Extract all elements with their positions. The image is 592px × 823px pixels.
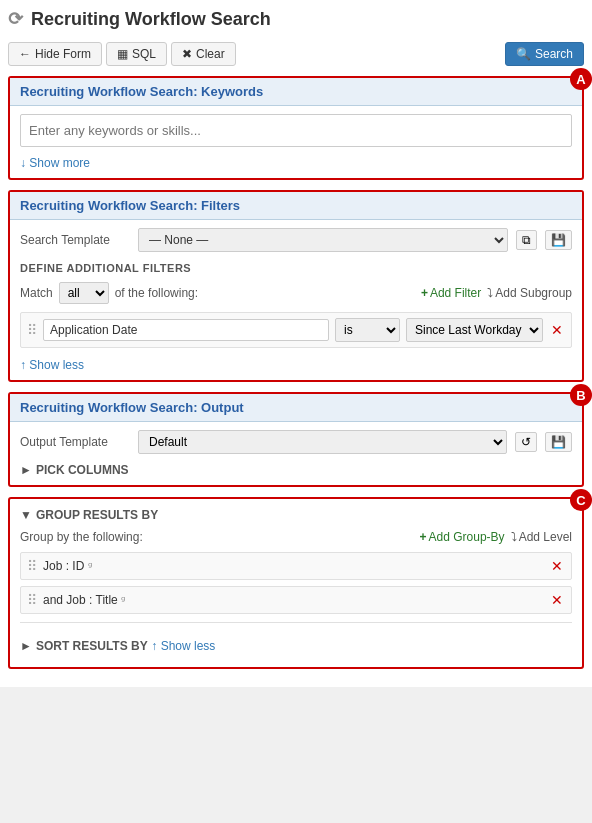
divider <box>20 622 572 623</box>
group-item-2-text: and Job : Title ᵍ <box>43 593 543 607</box>
subgroup-icon: ⤵ <box>487 286 493 300</box>
drag-handle-group-2-icon[interactable]: ⠿ <box>27 592 37 608</box>
subgroup2-icon: ⤵ <box>511 530 517 544</box>
group-item-1-text: Job : ID ᵍ <box>43 559 543 573</box>
drag-handle-group-1-icon[interactable]: ⠿ <box>27 558 37 574</box>
drag-handle-icon[interactable]: ⠿ <box>27 322 37 338</box>
group-by-label: Group by the following: <box>20 530 143 544</box>
sort-results-toggle[interactable]: ► SORT RESULTS BY <box>20 639 148 653</box>
info-icon-2: ᵍ <box>121 594 125 606</box>
arrow-up-group-icon: ↑ <box>151 639 157 653</box>
show-less-link-group[interactable]: ↑ Show less <box>151 639 215 653</box>
group-item-2-prefix: and <box>43 593 66 607</box>
back-arrow-icon: ← <box>19 47 31 61</box>
group-item: ⠿ Job : ID ᵍ ✕ <box>20 552 572 580</box>
keywords-header: Recruiting Workflow Search: Keywords <box>10 78 582 106</box>
toolbar: ← Hide Form ▦ SQL ✖ Clear 🔍 Search <box>8 42 584 66</box>
copy-template-button[interactable]: ⧉ <box>516 230 537 250</box>
output-template-row: Output Template Default ↺ 💾 <box>20 430 572 454</box>
add-level-button[interactable]: ⤵ Add Level <box>511 530 572 544</box>
add-group-button[interactable]: + Add Group-By <box>420 530 505 544</box>
arrow-up-icon: ↑ <box>20 358 26 372</box>
refresh-template-button[interactable]: ↺ <box>515 432 537 452</box>
clear-button[interactable]: ✖ Clear <box>171 42 236 66</box>
keywords-panel: Recruiting Workflow Search: Keywords A ↓… <box>8 76 584 180</box>
output-badge: B <box>570 384 592 406</box>
filter-item: ⠿ is is not before after Since Last Work… <box>20 312 572 348</box>
search-icon: 🔍 <box>516 47 531 61</box>
remove-filter-button[interactable]: ✕ <box>549 322 565 338</box>
filter-operator-select[interactable]: is is not before after <box>335 318 400 342</box>
search-template-select[interactable]: — None — <box>138 228 508 252</box>
keywords-badge: A <box>570 68 592 90</box>
group-item-2: ⠿ and Job : Title ᵍ ✕ <box>20 586 572 614</box>
match-select[interactable]: all any <box>59 282 109 304</box>
output-header: Recruiting Workflow Search: Output <box>10 394 582 422</box>
plus-group-icon: + <box>420 530 427 544</box>
group-results-toggle[interactable]: ▼ GROUP RESULTS BY <box>20 508 158 522</box>
show-more-link[interactable]: ↓ Show more <box>20 156 90 170</box>
search-template-row: Search Template — None — ⧉ 💾 <box>20 228 572 252</box>
filter-field-input[interactable] <box>43 319 329 341</box>
remove-group-1-button[interactable]: ✕ <box>549 558 565 574</box>
triangle-right-sort-icon: ► <box>20 639 32 653</box>
save-output-template-button[interactable]: 💾 <box>545 432 572 452</box>
output-panel: Recruiting Workflow Search: Output B Out… <box>8 392 584 487</box>
filters-panel: Recruiting Workflow Search: Filters Sear… <box>8 190 584 382</box>
triangle-down-icon: ▼ <box>20 508 32 522</box>
keywords-input[interactable] <box>20 114 572 147</box>
page-title: Recruiting Workflow Search <box>31 9 271 30</box>
arrow-down-icon: ↓ <box>20 156 26 170</box>
remove-group-2-button[interactable]: ✕ <box>549 592 565 608</box>
clear-icon: ✖ <box>182 47 192 61</box>
filter-value-select[interactable]: Since Last Workday Today This Week This … <box>406 318 543 342</box>
info-icon-1: ᵍ <box>88 560 92 572</box>
filters-body: Search Template — None — ⧉ 💾 DEFINE ADDI… <box>10 220 582 380</box>
output-body: Output Template Default ↺ 💾 ► PICK COLUM… <box>10 422 582 485</box>
sql-icon: ▦ <box>117 47 128 61</box>
search-button[interactable]: 🔍 Search <box>505 42 584 66</box>
add-subgroup-button[interactable]: ⤵ Add Subgroup <box>487 286 572 300</box>
search-template-label: Search Template <box>20 233 130 247</box>
pick-columns-toggle[interactable]: ► PICK COLUMNS <box>20 463 129 477</box>
group-by-row: Group by the following: + Add Group-By ⤵… <box>20 530 572 544</box>
keywords-body: ↓ Show more <box>10 106 582 178</box>
add-filter-button[interactable]: + Add Filter <box>421 286 481 300</box>
show-less-link-filters[interactable]: ↑ Show less <box>20 358 84 372</box>
group-results-panel: C ▼ GROUP RESULTS BY Group by the follow… <box>8 497 584 669</box>
plus-icon: + <box>421 286 428 300</box>
filters-header: Recruiting Workflow Search: Filters <box>10 192 582 220</box>
hide-form-button[interactable]: ← Hide Form <box>8 42 102 66</box>
triangle-right-icon: ► <box>20 463 32 477</box>
page-title-icon: ⟳ <box>8 8 23 30</box>
output-template-label: Output Template <box>20 435 130 449</box>
group-results-body: ▼ GROUP RESULTS BY Group by the followin… <box>10 499 582 667</box>
save-template-button[interactable]: 💾 <box>545 230 572 250</box>
group-badge: C <box>570 489 592 511</box>
toolbar-left: ← Hide Form ▦ SQL ✖ Clear <box>8 42 236 66</box>
output-template-select[interactable]: Default <box>138 430 507 454</box>
define-filters-header: DEFINE ADDITIONAL FILTERS <box>20 262 572 274</box>
match-row: Match all any of the following: + Add Fi… <box>20 282 572 304</box>
sql-button[interactable]: ▦ SQL <box>106 42 167 66</box>
